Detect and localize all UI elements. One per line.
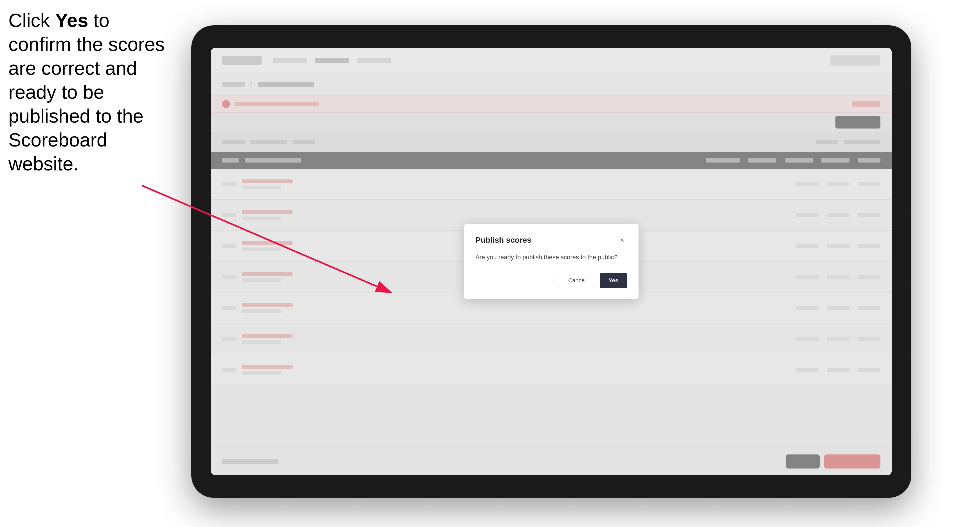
dialog-close-button[interactable]: × — [617, 235, 627, 245]
tablet-device: / — [191, 25, 912, 498]
publish-scores-dialog: Publish scores × Are you ready to publis… — [464, 224, 638, 299]
dialog-title: Publish scores — [476, 236, 531, 244]
modal-overlay: Publish scores × Are you ready to publis… — [211, 48, 892, 475]
dialog-body: Are you ready to publish these scores to… — [476, 253, 627, 262]
dialog-header: Publish scores × — [476, 235, 627, 245]
tablet-screen: / — [211, 48, 892, 475]
cancel-button[interactable]: Cancel — [559, 273, 595, 288]
instruction-bold: Yes — [55, 10, 88, 31]
instruction-text: Click Yes to confirm the scores are corr… — [8, 8, 172, 176]
dialog-actions: Cancel Yes — [476, 273, 627, 288]
yes-button[interactable]: Yes — [600, 273, 627, 288]
